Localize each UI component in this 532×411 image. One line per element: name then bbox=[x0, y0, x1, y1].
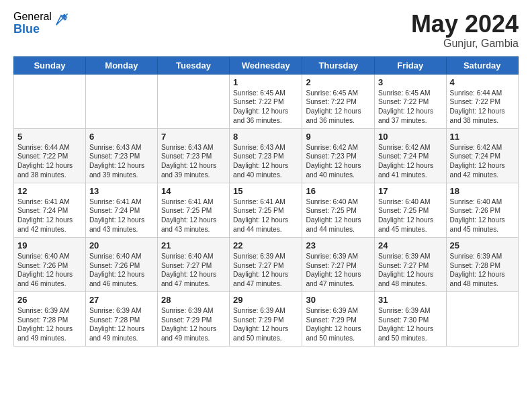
day-info: Sunrise: 6:45 AM Sunset: 7:22 PM Dayligh… bbox=[233, 89, 298, 126]
day-info: Sunrise: 6:39 AM Sunset: 7:28 PM Dayligh… bbox=[89, 306, 154, 343]
col-saturday: Saturday bbox=[446, 56, 518, 74]
table-row: 24Sunrise: 6:39 AM Sunset: 7:27 PM Dayli… bbox=[374, 237, 446, 291]
table-row: 3Sunrise: 6:45 AM Sunset: 7:22 PM Daylig… bbox=[374, 74, 446, 128]
day-info: Sunrise: 6:41 AM Sunset: 7:25 PM Dayligh… bbox=[233, 197, 298, 234]
logo-icon bbox=[54, 13, 69, 28]
calendar-body: 1Sunrise: 6:45 AM Sunset: 7:22 PM Daylig… bbox=[14, 74, 519, 346]
calendar-header-row: Sunday Monday Tuesday Wednesday Thursday… bbox=[14, 56, 519, 74]
day-info: Sunrise: 6:45 AM Sunset: 7:22 PM Dayligh… bbox=[378, 89, 443, 126]
day-info: Sunrise: 6:40 AM Sunset: 7:26 PM Dayligh… bbox=[450, 197, 515, 234]
table-row: 14Sunrise: 6:41 AM Sunset: 7:25 PM Dayli… bbox=[157, 183, 229, 237]
calendar-week-row: 26Sunrise: 6:39 AM Sunset: 7:28 PM Dayli… bbox=[14, 291, 519, 346]
table-row: 7Sunrise: 6:43 AM Sunset: 7:23 PM Daylig… bbox=[157, 128, 229, 183]
day-number: 17 bbox=[378, 186, 443, 196]
table-row: 10Sunrise: 6:42 AM Sunset: 7:24 PM Dayli… bbox=[374, 128, 446, 183]
table-row bbox=[14, 74, 86, 128]
col-friday: Friday bbox=[374, 56, 446, 74]
day-number: 30 bbox=[306, 295, 371, 305]
day-info: Sunrise: 6:45 AM Sunset: 7:22 PM Dayligh… bbox=[306, 89, 371, 126]
logo-blue: Blue bbox=[13, 23, 52, 36]
subtitle: Gunjur, Gambia bbox=[411, 38, 519, 50]
day-number: 12 bbox=[17, 186, 82, 196]
day-number: 22 bbox=[233, 240, 298, 250]
day-info: Sunrise: 6:39 AM Sunset: 7:27 PM Dayligh… bbox=[378, 252, 443, 289]
day-info: Sunrise: 6:42 AM Sunset: 7:24 PM Dayligh… bbox=[450, 143, 515, 180]
day-number: 28 bbox=[161, 295, 226, 305]
day-number: 11 bbox=[450, 132, 515, 142]
day-number: 26 bbox=[17, 295, 82, 305]
day-info: Sunrise: 6:43 AM Sunset: 7:23 PM Dayligh… bbox=[161, 143, 226, 180]
header: General Blue May 2024 Gunjur, Gambia bbox=[13, 11, 519, 50]
table-row: 23Sunrise: 6:39 AM Sunset: 7:27 PM Dayli… bbox=[302, 237, 375, 291]
day-number: 29 bbox=[233, 295, 298, 305]
day-number: 7 bbox=[161, 132, 226, 142]
logo-general: General bbox=[13, 11, 52, 23]
col-thursday: Thursday bbox=[302, 56, 375, 74]
day-number: 27 bbox=[89, 295, 154, 305]
calendar-week-row: 12Sunrise: 6:41 AM Sunset: 7:24 PM Dayli… bbox=[14, 183, 519, 237]
day-info: Sunrise: 6:42 AM Sunset: 7:24 PM Dayligh… bbox=[378, 143, 443, 180]
day-number: 25 bbox=[450, 240, 515, 250]
col-tuesday: Tuesday bbox=[157, 56, 229, 74]
table-row: 13Sunrise: 6:41 AM Sunset: 7:24 PM Dayli… bbox=[85, 183, 157, 237]
calendar-table: Sunday Monday Tuesday Wednesday Thursday… bbox=[13, 56, 519, 347]
day-info: Sunrise: 6:44 AM Sunset: 7:22 PM Dayligh… bbox=[450, 89, 515, 126]
table-row: 17Sunrise: 6:40 AM Sunset: 7:25 PM Dayli… bbox=[374, 183, 446, 237]
day-number: 24 bbox=[378, 240, 443, 250]
calendar-week-row: 19Sunrise: 6:40 AM Sunset: 7:26 PM Dayli… bbox=[14, 237, 519, 291]
table-row: 25Sunrise: 6:39 AM Sunset: 7:28 PM Dayli… bbox=[446, 237, 518, 291]
table-row: 28Sunrise: 6:39 AM Sunset: 7:29 PM Dayli… bbox=[157, 291, 229, 346]
calendar-week-row: 5Sunrise: 6:44 AM Sunset: 7:22 PM Daylig… bbox=[14, 128, 519, 183]
col-monday: Monday bbox=[85, 56, 157, 74]
day-number: 4 bbox=[450, 77, 515, 87]
day-info: Sunrise: 6:41 AM Sunset: 7:25 PM Dayligh… bbox=[161, 197, 226, 234]
day-info: Sunrise: 6:40 AM Sunset: 7:25 PM Dayligh… bbox=[378, 197, 443, 234]
table-row: 30Sunrise: 6:39 AM Sunset: 7:29 PM Dayli… bbox=[302, 291, 375, 346]
day-info: Sunrise: 6:40 AM Sunset: 7:26 PM Dayligh… bbox=[89, 252, 154, 289]
day-number: 21 bbox=[161, 240, 226, 250]
day-info: Sunrise: 6:39 AM Sunset: 7:28 PM Dayligh… bbox=[17, 306, 82, 343]
page: General Blue May 2024 Gunjur, Gambia Sun… bbox=[0, 0, 532, 411]
day-info: Sunrise: 6:43 AM Sunset: 7:23 PM Dayligh… bbox=[233, 143, 298, 180]
table-row: 12Sunrise: 6:41 AM Sunset: 7:24 PM Dayli… bbox=[14, 183, 86, 237]
day-number: 23 bbox=[306, 240, 371, 250]
day-number: 8 bbox=[233, 132, 298, 142]
table-row: 15Sunrise: 6:41 AM Sunset: 7:25 PM Dayli… bbox=[230, 183, 302, 237]
day-number: 10 bbox=[378, 132, 443, 142]
day-number: 3 bbox=[378, 77, 443, 87]
day-number: 15 bbox=[233, 186, 298, 196]
table-row bbox=[446, 291, 518, 346]
day-number: 5 bbox=[17, 132, 82, 142]
table-row: 21Sunrise: 6:40 AM Sunset: 7:27 PM Dayli… bbox=[157, 237, 229, 291]
table-row: 11Sunrise: 6:42 AM Sunset: 7:24 PM Dayli… bbox=[446, 128, 518, 183]
day-info: Sunrise: 6:40 AM Sunset: 7:25 PM Dayligh… bbox=[306, 197, 371, 234]
calendar-week-row: 1Sunrise: 6:45 AM Sunset: 7:22 PM Daylig… bbox=[14, 74, 519, 128]
main-title: May 2024 bbox=[411, 11, 519, 38]
day-number: 18 bbox=[450, 186, 515, 196]
day-info: Sunrise: 6:40 AM Sunset: 7:27 PM Dayligh… bbox=[161, 252, 226, 289]
table-row: 9Sunrise: 6:42 AM Sunset: 7:23 PM Daylig… bbox=[302, 128, 375, 183]
day-number: 14 bbox=[161, 186, 226, 196]
table-row: 4Sunrise: 6:44 AM Sunset: 7:22 PM Daylig… bbox=[446, 74, 518, 128]
day-number: 1 bbox=[233, 77, 298, 87]
table-row bbox=[157, 74, 229, 128]
day-info: Sunrise: 6:40 AM Sunset: 7:26 PM Dayligh… bbox=[17, 252, 82, 289]
day-number: 2 bbox=[306, 77, 371, 87]
day-info: Sunrise: 6:39 AM Sunset: 7:29 PM Dayligh… bbox=[161, 306, 226, 343]
day-number: 6 bbox=[89, 132, 154, 142]
logo-text: General Blue bbox=[13, 11, 52, 36]
day-info: Sunrise: 6:39 AM Sunset: 7:30 PM Dayligh… bbox=[378, 306, 443, 343]
table-row: 31Sunrise: 6:39 AM Sunset: 7:30 PM Dayli… bbox=[374, 291, 446, 346]
day-number: 19 bbox=[17, 240, 82, 250]
table-row: 5Sunrise: 6:44 AM Sunset: 7:22 PM Daylig… bbox=[14, 128, 86, 183]
day-number: 9 bbox=[306, 132, 371, 142]
table-row: 6Sunrise: 6:43 AM Sunset: 7:23 PM Daylig… bbox=[85, 128, 157, 183]
table-row: 2Sunrise: 6:45 AM Sunset: 7:22 PM Daylig… bbox=[302, 74, 375, 128]
table-row: 18Sunrise: 6:40 AM Sunset: 7:26 PM Dayli… bbox=[446, 183, 518, 237]
day-number: 13 bbox=[89, 186, 154, 196]
day-info: Sunrise: 6:39 AM Sunset: 7:27 PM Dayligh… bbox=[306, 252, 371, 289]
day-info: Sunrise: 6:39 AM Sunset: 7:28 PM Dayligh… bbox=[450, 252, 515, 289]
day-info: Sunrise: 6:41 AM Sunset: 7:24 PM Dayligh… bbox=[89, 197, 154, 234]
day-info: Sunrise: 6:39 AM Sunset: 7:27 PM Dayligh… bbox=[233, 252, 298, 289]
day-number: 20 bbox=[89, 240, 154, 250]
